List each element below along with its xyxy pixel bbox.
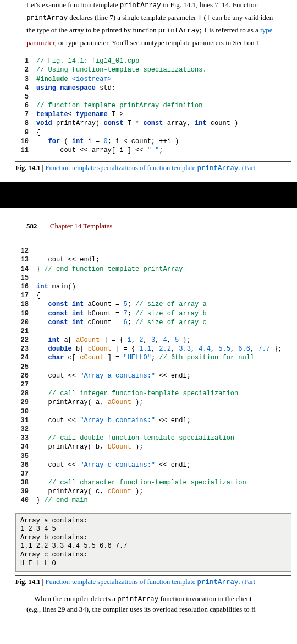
line-number: 21 (15, 327, 29, 336)
figure-text: Function-template specializations of fun… (46, 578, 197, 586)
intro-text: can be any valid iden (210, 13, 273, 21)
code-text: printArray( a, aCount ); (36, 398, 143, 407)
code-text: using namespace std; (36, 84, 116, 92)
line-number: 20 (15, 318, 29, 327)
intro-code: printArray (26, 14, 68, 22)
line-number: 7 (15, 110, 29, 119)
intro-code: printArray (120, 2, 161, 9)
line-number: 10 (15, 137, 29, 146)
code-line: 22 int a[ aCount ] = { 1, 2, 3, 4, 5 }; (15, 336, 292, 345)
line-number: 26 (15, 372, 29, 380)
intro-paragraph: Let's examine function template printArr… (0, 0, 297, 47)
intro-text: Let's examine function template (26, 1, 120, 9)
code-text: // Fig. 14.1: fig14_01.cpp (36, 57, 139, 66)
code-line: 26 cout << "Array a contains:" << endl; (15, 372, 292, 380)
code-line: 30 (15, 407, 292, 416)
code-text: // call double function-template special… (36, 434, 234, 443)
line-number: 28 (15, 389, 29, 398)
intro-term: type (260, 26, 272, 34)
code-line: 16int main() (15, 282, 292, 291)
line-number: 34 (15, 443, 29, 451)
code-text: const int aCount = 5; // size of array a (36, 300, 207, 309)
code-line: 8void printArray( const T * const array,… (15, 119, 292, 128)
line-number: 14 (15, 265, 29, 274)
line-number: 8 (15, 119, 29, 128)
code-line: 40} // end main (15, 496, 292, 505)
figure-number: Fig. 14.1 (15, 164, 42, 172)
closing-text: When the compiler detects a (34, 594, 117, 603)
code-text: // function template printArray definiti… (36, 101, 202, 110)
code-text: const int cCount = 6; // size of array c (36, 318, 207, 327)
code-line: 10 for ( int i = 0; i < count; ++i ) (15, 137, 292, 146)
program-output: Array a contains: 1 2 3 4 5 Array b cont… (15, 513, 292, 572)
code-line: 9{ (15, 128, 292, 137)
code-text: char c[ cCount ] = "HELLO"; // 6th posit… (36, 353, 254, 362)
code-text: template< typename T > (36, 110, 123, 119)
line-number: 19 (15, 309, 29, 318)
code-line: 35 (15, 452, 292, 461)
code-text: } // end function template printArray (36, 265, 183, 274)
code-text: printArray( c, cCount ); (36, 487, 143, 496)
line-number: 27 (15, 380, 29, 389)
code-text: // call character function-template spec… (36, 478, 246, 487)
line-number: 31 (15, 416, 29, 425)
line-number: 29 (15, 398, 29, 407)
code-text: { (36, 291, 40, 300)
code-text: void printArray( const T * const array, … (36, 119, 238, 128)
line-number: 11 (15, 146, 29, 155)
code-line: 25 (15, 363, 292, 372)
code-text: const int bCount = 7; // size of array b (36, 309, 207, 318)
code-line: 21 (15, 327, 292, 336)
intro-term: parameter (26, 39, 54, 47)
code-line: 32 (15, 425, 292, 434)
line-number: 5 (15, 92, 29, 101)
code-line: 3#include <iostream> (15, 75, 292, 84)
line-number: 4 (15, 84, 29, 92)
line-number: 15 (15, 274, 29, 282)
line-number: 23 (15, 345, 29, 353)
intro-text: the type of the array to be printed by f… (26, 26, 158, 34)
code-text: cout << "Array c contains:" << endl; (36, 461, 191, 470)
code-line: 31 cout << "Array b contains:" << endl; (15, 416, 292, 425)
intro-code: printArray (158, 27, 200, 35)
code-text: printArray( b, bCount ); (36, 443, 143, 451)
line-number: 3 (15, 75, 29, 84)
code-text: cout << array[ i ] << " "; (36, 146, 163, 155)
line-number: 39 (15, 487, 29, 496)
line-number: 16 (15, 282, 29, 291)
code-line: 12 (15, 247, 292, 255)
line-number: 18 (15, 300, 29, 309)
code-line: 13 cout << endl; (15, 255, 292, 264)
code-line: 7template< typename T > (15, 110, 292, 119)
code-line: 33 // call double function-template spec… (15, 434, 292, 443)
page-header: 582 Chapter 14 Templates (0, 222, 297, 233)
code-listing-bottom: 1213 cout << endl;14} // end function te… (0, 243, 297, 508)
line-number: 25 (15, 363, 29, 372)
code-text: // call integer function-template specia… (36, 389, 238, 398)
code-text: // Using function-template specializatio… (36, 66, 207, 74)
line-number: 37 (15, 470, 29, 478)
code-line: 2// Using function-template specializati… (15, 66, 292, 74)
line-number: 12 (15, 247, 29, 255)
code-line: 6// function template printArray definit… (15, 101, 292, 110)
code-text: for ( int i = 0; i < count; ++i ) (36, 137, 179, 146)
code-line: 5 (15, 92, 292, 101)
line-number: 1 (15, 57, 29, 66)
code-line: 29 printArray( a, aCount ); (15, 398, 292, 407)
chapter-title: Chapter 14 Templates (50, 222, 113, 230)
figure-caption-bottom: Fig. 14.1 | Function-template specializa… (15, 575, 292, 586)
code-text: int main() (36, 282, 76, 291)
intro-text: declares (line 7) a single template para… (68, 13, 198, 21)
line-number: 33 (15, 434, 29, 443)
intro-code: T (204, 27, 208, 35)
code-line: 37 (15, 470, 292, 478)
line-number: 30 (15, 407, 29, 416)
code-text: #include <iostream> (36, 75, 112, 84)
intro-text: ; (200, 26, 204, 34)
code-listing-top: 1// Fig. 14.1: fig14_01.cpp2// Using fun… (0, 53, 297, 158)
line-number: 36 (15, 461, 29, 470)
code-text: double b[ bCount ] = { 1.1, 2.2, 3.3, 4.… (36, 345, 282, 353)
code-text: int a[ aCount ] = { 1, 2, 3, 4, 5 }; (36, 336, 191, 345)
line-number: 2 (15, 66, 29, 74)
closing-paragraph: When the compiler detects a printArray f… (0, 586, 297, 617)
